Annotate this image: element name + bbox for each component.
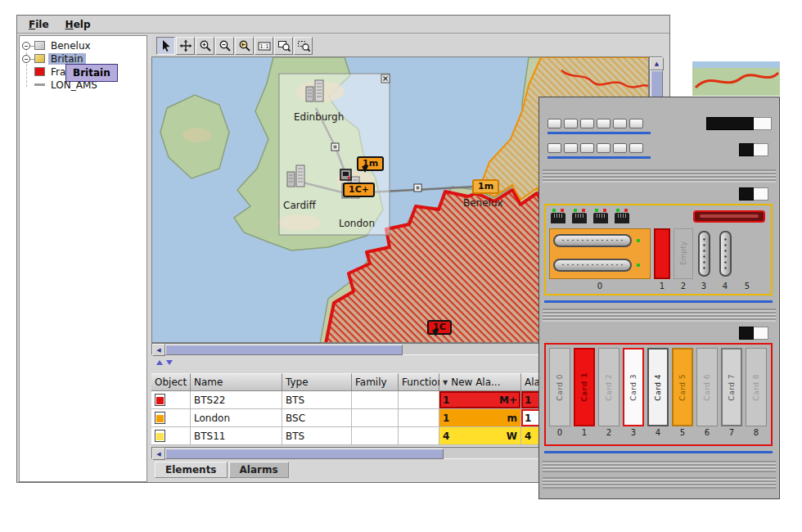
tree-collapse-icon[interactable] [22,55,30,63]
network-node-icon[interactable] [414,184,421,192]
alarm-count: 1 [443,413,449,424]
alarm-badge-france-popup[interactable]: 1C [427,320,452,335]
slot-number: 5 [672,428,693,437]
alarm-count: 1 [443,394,449,406]
shelf-switch[interactable] [739,327,768,340]
card-label: Card 1 [580,372,588,402]
slot-number: 1 [574,428,595,437]
city-label-benelux: Benelux [463,197,503,209]
pan-tool-button[interactable] [176,37,195,55]
slot-number: 0 [593,282,606,291]
key-button[interactable] [580,143,594,153]
bsc-node-icon[interactable] [340,169,351,180]
tree-tooltip: Britain [65,64,118,82]
bsc-alarm-icon [155,412,165,424]
menu-file[interactable]: File [22,17,56,32]
key-button[interactable] [629,143,643,153]
zoom-out-button[interactable] [215,37,234,55]
scroll-up-button[interactable]: ▲ [650,57,664,70]
empty-slot[interactable]: Empty [674,228,693,279]
red-led [582,209,585,212]
connector-shelf: Empty 0 1 2 3 4 5 [544,204,773,295]
tab-elements[interactable]: Elements [155,462,228,478]
dsub-connector[interactable] [553,234,632,247]
rj45-port[interactable] [551,209,565,223]
shelf-switch[interactable] [739,187,768,201]
card-slot-5[interactable]: Card 5 [672,348,693,426]
card-slot-4[interactable]: Card 4 [647,348,669,426]
zoom-actual-button[interactable]: 1:1 [255,37,273,55]
zoom-area-button[interactable] [294,37,313,55]
key-button[interactable] [564,119,578,128]
green-led [637,239,640,242]
dsub-connector[interactable] [553,259,632,272]
red-led [624,209,628,212]
zoom-back-icon [238,39,251,52]
card-slot-1[interactable]: Card 1 [574,348,595,426]
col-header-family[interactable]: Family [352,373,399,391]
green-led [616,209,620,212]
mode-switch[interactable] [739,143,768,156]
alarm-badge-london-popup[interactable]: 1m [357,156,384,171]
inset-close-icon[interactable] [381,74,390,83]
key-button[interactable] [597,143,611,153]
empty-slot-label: Empty [679,241,687,265]
divider-collapse-up-icon[interactable] [156,360,163,365]
scroll-left-button[interactable]: ◀ [152,344,165,356]
alarm-badge-london-box[interactable]: 1C+ [343,183,375,197]
alarm-severity: M+ [499,394,517,406]
tree-item-benelux[interactable]: Benelux [20,39,146,52]
card-slot-7[interactable]: Card 7 [721,348,742,426]
key-button[interactable] [613,119,627,128]
key-button[interactable] [613,143,627,153]
critical-alarm-card[interactable] [654,228,670,279]
vertical-dsub-connector[interactable] [698,231,710,277]
rj45-port[interactable] [572,209,587,223]
zoom-fit-button[interactable] [274,37,293,55]
key-button[interactable] [547,119,561,128]
key-button[interactable] [564,143,578,153]
alarm-badge-benelux-box[interactable]: 1m [472,179,499,194]
alarm-edge-connector[interactable] [693,210,765,223]
col-header-new-alarm[interactable]: ▼ New Ala... [439,373,521,391]
col-header-function[interactable]: Function [399,373,439,391]
zoom-in-icon [199,39,212,52]
slot-number: 3 [623,428,644,437]
tree-collapse-icon[interactable] [22,42,30,50]
card-slot-2[interactable]: Card 2 [598,348,620,426]
key-button[interactable] [597,119,611,128]
key-button[interactable] [629,119,643,128]
major-alarm-card[interactable] [549,228,651,279]
card-slot-0[interactable]: Card 0 [549,348,570,426]
select-tool-button[interactable] [156,37,175,55]
type-cell: BTS [282,391,352,409]
divider-collapse-down-icon[interactable] [166,360,173,365]
col-header-type[interactable]: Type [282,373,352,391]
vertical-dsub-connector[interactable] [719,231,732,277]
zoom-in-button[interactable] [196,37,214,55]
rj45-port[interactable] [615,209,629,223]
alarm-count: 4 [525,431,531,442]
horizontal-scroll-thumb[interactable] [165,449,444,459]
col-header-name[interactable]: Name [191,373,282,391]
key-button[interactable] [580,119,594,128]
card-slot-8[interactable]: Card 8 [746,348,767,426]
object-cell [151,391,191,409]
scroll-left-button[interactable]: ◀ [152,448,165,460]
menu-bar: File Help [17,16,669,34]
card-slot-3[interactable]: Card 3 [623,348,644,426]
equipment-view-panel: Empty 0 1 2 3 4 5 Card 0 Card 1 Card 2 C… [538,97,780,499]
rj45-port[interactable] [593,209,608,223]
green-led [552,209,556,212]
function-cell [399,427,439,445]
network-node-icon[interactable] [331,143,339,151]
menu-help[interactable]: Help [59,17,97,32]
tab-alarms[interactable]: Alarms [229,462,289,478]
key-button[interactable] [547,143,561,153]
zoom-back-button[interactable] [235,37,254,55]
card-slot-6[interactable]: Card 6 [696,348,718,426]
col-header-object[interactable]: Object [151,373,191,391]
switch-body [739,143,754,156]
horizontal-scroll-thumb[interactable] [165,345,403,355]
power-switch[interactable] [706,117,772,130]
